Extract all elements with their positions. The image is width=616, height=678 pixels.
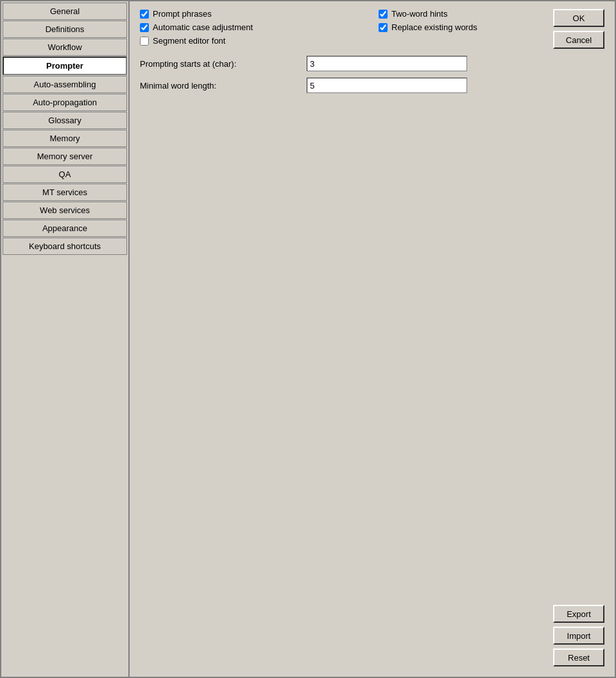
replace-existing-checkbox[interactable] xyxy=(379,23,388,32)
sidebar-item-qa[interactable]: QA xyxy=(3,166,127,183)
dialog: General Definitions Workflow Prompter Au… xyxy=(0,0,616,678)
ok-button[interactable]: OK xyxy=(553,9,604,27)
prompt-phrases-checkbox[interactable] xyxy=(140,10,149,19)
minimal-word-length-input[interactable] xyxy=(307,78,467,93)
import-button[interactable]: Import xyxy=(553,627,604,645)
cancel-button[interactable]: Cancel xyxy=(553,31,604,49)
sidebar-item-keyboard-shortcuts[interactable]: Keyboard shortcuts xyxy=(3,238,127,255)
sidebar-item-memory-server[interactable]: Memory server xyxy=(3,148,127,165)
sidebar-item-auto-propagation[interactable]: Auto-propagation xyxy=(3,94,127,111)
sidebar-item-general[interactable]: General xyxy=(3,3,127,20)
replace-existing-label: Replace existing words xyxy=(391,22,477,32)
sidebar-item-glossary[interactable]: Glossary xyxy=(3,112,127,129)
export-button[interactable]: Export xyxy=(553,605,604,623)
sidebar-item-mt-services[interactable]: MT services xyxy=(3,184,127,201)
options-grid: Prompt phrases Two-word hints Automatic … xyxy=(140,9,604,46)
minimal-word-length-row: Minimal word length: xyxy=(140,78,604,93)
prompting-starts-row: Prompting starts at (char): xyxy=(140,56,604,71)
main-panel: OK Cancel Prompt phrases Two-word hints … xyxy=(130,1,615,677)
sidebar-item-memory[interactable]: Memory xyxy=(3,130,127,147)
sidebar: General Definitions Workflow Prompter Au… xyxy=(1,1,130,677)
two-word-hints-checkbox[interactable] xyxy=(379,10,388,19)
sidebar-item-definitions[interactable]: Definitions xyxy=(3,21,127,38)
bottom-buttons: Export Import Reset xyxy=(553,605,604,666)
prompting-starts-label: Prompting starts at (char): xyxy=(140,59,307,69)
segment-editor-font-label: Segment editor font xyxy=(153,36,225,46)
segment-editor-font-checkbox-label[interactable]: Segment editor font xyxy=(140,36,366,46)
automatic-case-checkbox[interactable] xyxy=(140,23,149,32)
sidebar-item-prompter[interactable]: Prompter xyxy=(3,56,127,75)
reset-button[interactable]: Reset xyxy=(553,648,604,666)
prompt-phrases-checkbox-label[interactable]: Prompt phrases xyxy=(140,9,366,19)
automatic-case-checkbox-label[interactable]: Automatic case adjustment xyxy=(140,22,366,32)
automatic-case-label: Automatic case adjustment xyxy=(153,22,253,32)
prompting-starts-input[interactable] xyxy=(307,56,467,71)
sidebar-item-appearance[interactable]: Appearance xyxy=(3,220,127,237)
sidebar-item-auto-assembling[interactable]: Auto-assembling xyxy=(3,76,127,93)
minimal-word-length-label: Minimal word length: xyxy=(140,81,307,91)
two-word-hints-label: Two-word hints xyxy=(391,9,447,19)
segment-editor-font-checkbox[interactable] xyxy=(140,37,149,46)
sidebar-item-web-services[interactable]: Web services xyxy=(3,202,127,219)
prompt-phrases-label: Prompt phrases xyxy=(153,9,212,19)
top-buttons: OK Cancel xyxy=(553,9,604,49)
sidebar-item-workflow[interactable]: Workflow xyxy=(3,39,127,56)
